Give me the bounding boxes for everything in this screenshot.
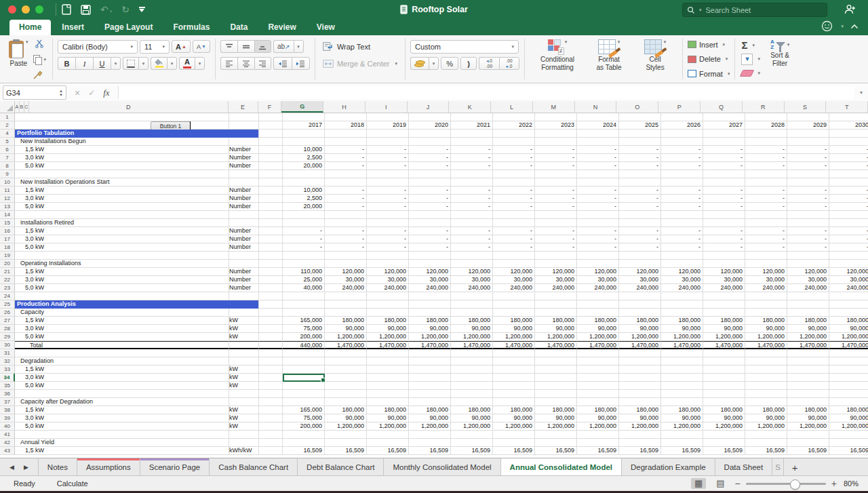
cell-15-2022[interactable] xyxy=(493,219,535,227)
cell-41-2030[interactable] xyxy=(829,431,868,439)
col-header-G[interactable]: G xyxy=(281,101,323,113)
col-header-S[interactable]: S xyxy=(785,101,827,113)
cell-13-2020[interactable]: - xyxy=(409,203,451,211)
cell-39-2029[interactable]: 90,000 xyxy=(787,414,829,422)
cell-27-2021[interactable]: 180,000 xyxy=(451,317,493,325)
cell-39-2030[interactable]: 90,000 xyxy=(829,414,868,422)
cell-F27[interactable] xyxy=(259,317,283,325)
cell-8-2028[interactable]: - xyxy=(745,162,787,170)
minimize-window-button[interactable] xyxy=(22,5,30,14)
cell-10-2019[interactable] xyxy=(367,178,409,186)
cell-7-2021[interactable]: - xyxy=(451,154,493,162)
cell-43-2029[interactable]: 16,509 xyxy=(787,447,829,455)
cell-16-2029[interactable]: - xyxy=(787,227,829,235)
cell-21-2018[interactable]: 120,000 xyxy=(325,268,367,276)
unit-cell-18[interactable]: Number xyxy=(229,243,259,252)
cell-20-2030[interactable] xyxy=(829,260,868,268)
cell-30-2027[interactable]: 1,470,000 xyxy=(703,341,745,349)
cell-39-2028[interactable]: 90,000 xyxy=(745,414,787,422)
cell-30-2030[interactable]: 1,470,000 xyxy=(829,341,868,349)
unit-cell-16[interactable]: Number xyxy=(229,227,259,235)
unit-cell-35[interactable]: kW xyxy=(229,382,259,390)
cell-9-2025[interactable] xyxy=(619,170,661,178)
cell-27-2029[interactable]: 180,000 xyxy=(787,317,829,325)
cell-28-2020[interactable]: 90,000 xyxy=(409,325,451,333)
cell-40-2022[interactable]: 1,200,000 xyxy=(493,422,535,431)
number-format-select[interactable]: Custom▾ xyxy=(410,40,519,54)
cell-11-2030[interactable]: - xyxy=(829,186,868,195)
row-header-9[interactable]: 9 xyxy=(0,170,15,178)
new-workbook-icon[interactable] xyxy=(62,4,71,15)
cell-31-2020[interactable] xyxy=(409,349,451,357)
cell-41-2029[interactable] xyxy=(787,431,829,439)
cell-40-2028[interactable]: 1,200,000 xyxy=(745,422,787,431)
cell-F11[interactable] xyxy=(259,186,283,195)
cell-29-2022[interactable]: 1,200,000 xyxy=(493,333,535,341)
cell-F9[interactable] xyxy=(259,170,283,178)
cell-17-2021[interactable]: - xyxy=(451,235,493,243)
cell-10-2017[interactable] xyxy=(283,178,325,186)
cell-38-2029[interactable]: 180,000 xyxy=(787,406,829,414)
cell-39-2023[interactable]: 90,000 xyxy=(535,414,577,422)
cell-42-2022[interactable] xyxy=(493,439,535,447)
sheet-tab-s[interactable]: S xyxy=(772,458,784,476)
row-header-31[interactable]: 31 xyxy=(0,349,15,357)
year-header-2028[interactable]: 2028 xyxy=(745,121,787,130)
align-middle-button[interactable] xyxy=(237,40,254,53)
row-header-10[interactable]: 10 xyxy=(0,178,15,186)
cell-21-2024[interactable]: 120,000 xyxy=(577,268,619,276)
tab-home[interactable]: Home xyxy=(9,20,51,35)
cell-24-2018[interactable] xyxy=(325,292,367,300)
zoom-slider[interactable] xyxy=(746,483,826,485)
cell-29-2024[interactable]: 1,200,000 xyxy=(577,333,619,341)
cell-9-2029[interactable] xyxy=(787,170,829,178)
cell-37-2025[interactable] xyxy=(619,398,661,406)
cell-36-2017[interactable] xyxy=(283,390,325,398)
cell-18-2030[interactable]: - xyxy=(829,243,868,252)
cell-22-2020[interactable]: 30,000 xyxy=(409,276,451,284)
cell-25-7[interactable] xyxy=(577,300,619,309)
clear-button[interactable]: ▾ xyxy=(741,66,760,79)
row-header-19[interactable]: 19 xyxy=(0,252,15,260)
cell-1-2022[interactable] xyxy=(493,113,535,121)
cell-37-2021[interactable] xyxy=(451,398,493,406)
cell-36-2022[interactable] xyxy=(493,390,535,398)
cell-16-2021[interactable]: - xyxy=(451,227,493,235)
cell-14-2023[interactable] xyxy=(535,211,577,219)
cell-12-2020[interactable]: - xyxy=(409,195,451,203)
cell-F43[interactable] xyxy=(259,447,283,455)
cell-F37[interactable] xyxy=(259,398,283,406)
cell-31-2026[interactable] xyxy=(661,349,703,357)
cell-18-2021[interactable]: - xyxy=(451,243,493,252)
row-header-2[interactable]: 2 xyxy=(0,121,15,130)
cell-34-2019[interactable] xyxy=(367,374,409,382)
cell-10-2026[interactable] xyxy=(661,178,703,186)
formula-bar-expand-icon[interactable]: ▾ xyxy=(854,90,868,96)
cell-29-2018[interactable]: 1,200,000 xyxy=(325,333,367,341)
cell-33-2025[interactable] xyxy=(619,366,661,374)
cell-23-2029[interactable]: 240,000 xyxy=(787,284,829,292)
cell-41-2027[interactable] xyxy=(703,431,745,439)
cell-43-2017[interactable]: 16,509 xyxy=(283,447,325,455)
wrap-text-button[interactable]: Wrap Text xyxy=(320,42,373,51)
row-header-24[interactable]: 24 xyxy=(0,292,15,300)
cell-7-2019[interactable]: - xyxy=(367,154,409,162)
cell-34-2028[interactable] xyxy=(745,374,787,382)
cell-17-2023[interactable]: - xyxy=(535,235,577,243)
cell-12-2029[interactable]: - xyxy=(787,195,829,203)
cell-12-2024[interactable]: - xyxy=(577,195,619,203)
cell-41-2019[interactable] xyxy=(367,431,409,439)
cell-14-2029[interactable] xyxy=(787,211,829,219)
feedback-smiley-icon[interactable] xyxy=(821,20,833,32)
cell-24-2017[interactable] xyxy=(283,292,325,300)
col-header-J[interactable]: J xyxy=(408,101,450,113)
cell-30-2018[interactable]: 1,470,000 xyxy=(325,341,367,349)
unit-cell-21[interactable]: Number xyxy=(229,268,259,276)
cell-25-3[interactable] xyxy=(409,300,451,309)
cell-26-2020[interactable] xyxy=(409,309,451,317)
cell-5-2019[interactable] xyxy=(367,138,409,146)
cell-41-2017[interactable] xyxy=(283,431,325,439)
cell-25-5[interactable] xyxy=(493,300,535,309)
cell-35-2024[interactable] xyxy=(577,382,619,390)
sheet-tab-monthly-consolidated-model[interactable]: Monthly Consolidated Model xyxy=(384,458,500,476)
